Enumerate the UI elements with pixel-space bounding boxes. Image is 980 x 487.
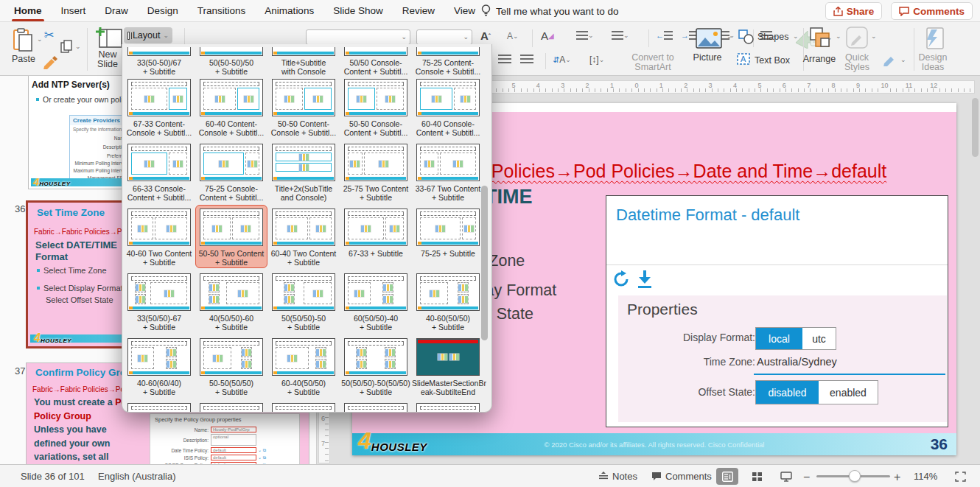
layout-option-partial[interactable] (272, 403, 335, 412)
display-format-local-option[interactable]: local (756, 328, 802, 349)
copy-icon[interactable] (60, 40, 72, 53)
layout-option-label: 60-40(50/50)+ Subtitle (267, 379, 340, 396)
decrease-indent-icon[interactable]: ← (656, 31, 673, 40)
menu-tab-transitions[interactable]: Transitions (188, 0, 256, 22)
layout-option-label: 50(50-50)/50+ Subtitle (195, 58, 267, 76)
quick-styles-button[interactable]: Quick Styles (837, 53, 877, 72)
zoom-out-button[interactable]: − (803, 471, 810, 484)
time-zone-underline (754, 374, 945, 375)
layout-option-partial[interactable] (200, 403, 263, 412)
design-ideas-button[interactable]: Design Ideas (912, 53, 953, 72)
placeholder-content-icon (167, 349, 176, 356)
layout-option-partial[interactable] (127, 403, 191, 412)
placeholder-content-icon (173, 161, 183, 167)
display-format-utc-option[interactable]: utc (802, 328, 836, 349)
placeholder-content-icon (461, 96, 470, 102)
paste-chevron[interactable]: ⌄ (37, 35, 43, 43)
layout-option-label: 50-50(50/50)+ Subtitle (195, 379, 267, 396)
placeholder-content-icon (138, 225, 147, 232)
comments-toggle[interactable]: Comments (651, 471, 712, 482)
menu-tab-home[interactable]: Home (4, 0, 52, 22)
arrange-icon[interactable] (809, 27, 831, 49)
layout-option-partial[interactable] (344, 403, 407, 412)
menu-tab-review[interactable]: Review (393, 0, 444, 22)
arrange-button[interactable]: Arrange (799, 55, 840, 64)
increase-font-size-icon[interactable]: Aˆ (480, 29, 491, 42)
slideshow-button[interactable] (775, 468, 797, 485)
decrease-font-size-icon[interactable]: A⌄ (507, 31, 519, 41)
font-size-combobox[interactable]: ⌄ (416, 29, 472, 45)
layout-option-label: 40-60(60/40)+ Subtitle (123, 379, 195, 396)
bullet-list-icon[interactable]: ⌄ (576, 31, 594, 40)
font-name-combobox[interactable]: ⌄ (306, 29, 410, 45)
fit-to-window-button[interactable] (949, 468, 971, 485)
comments-button[interactable]: Comments (891, 2, 973, 20)
placeholder-content-icon (164, 290, 174, 297)
dropdown-scrollbar[interactable] (481, 186, 488, 340)
format-painter-icon[interactable] (43, 55, 60, 69)
ink-pen-icon[interactable] (883, 53, 897, 66)
offset-state-enabled-option[interactable]: enabled (819, 381, 878, 404)
notes-toggle[interactable]: Notes (598, 471, 637, 482)
quick-styles-icon[interactable] (846, 27, 868, 49)
ink-pen-chevron[interactable]: ⌄ (900, 56, 906, 63)
layout-option-partial[interactable] (416, 403, 480, 412)
copy-chevron[interactable]: ⌄ (75, 43, 81, 50)
sort-text-icon[interactable]: ⇵A⌄ (553, 55, 571, 65)
share-button[interactable]: Share (825, 2, 883, 20)
ruler-number: 12 (930, 82, 937, 89)
design-ideas-icon[interactable] (923, 27, 945, 50)
placeholder-content-icon (299, 164, 309, 171)
zoom-in-button[interactable]: + (894, 471, 900, 484)
offset-state-disabled-option[interactable]: disabled (756, 381, 819, 404)
menu-tab-insert[interactable]: Insert (52, 0, 96, 22)
shapes-button[interactable]: Shapes (757, 32, 788, 42)
slide-sorter-icon (752, 472, 763, 482)
picture-icon[interactable] (696, 28, 722, 49)
text-direction-icon[interactable]: [↕]⌄ (589, 55, 604, 65)
menu-tab-view[interactable]: View (444, 0, 485, 22)
quick-styles-chevron[interactable]: ⌄ (871, 32, 877, 40)
menu-tab-slide-show[interactable]: Slide Show (323, 0, 393, 22)
picture-chevron[interactable]: ⌄ (727, 32, 732, 40)
menu-tab-draw[interactable]: Draw (95, 0, 138, 22)
ruler-number: 9 (856, 82, 860, 89)
numbered-list-icon[interactable]: ⌄ (612, 31, 629, 40)
text-box-button[interactable]: Text Box (755, 55, 790, 66)
text-box-icon[interactable]: A (737, 53, 750, 65)
new-slide-icon[interactable] (94, 27, 122, 49)
scissors-icon[interactable]: ✂ (44, 28, 54, 42)
placeholder-content-icon (284, 284, 294, 291)
canvas-scrollbar[interactable] (972, 98, 979, 157)
tell-me-box[interactable]: Tell me what you want to do (481, 0, 619, 22)
clear-formatting-icon[interactable]: A◢ (541, 29, 554, 42)
placeholder-content-icon (313, 290, 323, 297)
normal-view-button[interactable] (716, 468, 738, 485)
language-status[interactable]: English (Australia) (98, 471, 176, 482)
menu-tab-animations[interactable]: Animations (255, 0, 323, 22)
placeholder-content-icon (357, 361, 366, 368)
placeholder-content-icon (144, 96, 154, 102)
ruler-number: 11 (906, 82, 912, 89)
align-text-icon[interactable] (498, 55, 511, 65)
ruler-number: 8 (832, 82, 836, 89)
layout-option-label: Title+Subtitlewith Console (267, 58, 340, 76)
shapes-chevron[interactable]: ⌄ (793, 32, 799, 40)
layout-button[interactable]: Layout ⌄ (124, 27, 172, 43)
download-icon[interactable] (637, 270, 653, 289)
time-zone-value[interactable]: Australia/Sydney (757, 356, 837, 368)
slide-sorter-button[interactable] (746, 468, 768, 485)
zoom-slider-thumb[interactable] (849, 470, 861, 482)
clipboard-icon[interactable] (13, 28, 33, 52)
menu-tab-design[interactable]: Design (138, 0, 188, 22)
shapes-icon[interactable] (738, 29, 755, 44)
refresh-icon[interactable] (612, 270, 630, 289)
paste-button[interactable]: Paste (6, 55, 41, 64)
placeholder-content-icon (464, 225, 474, 232)
arrange-chevron[interactable]: ⌄ (836, 32, 841, 40)
picture-button[interactable]: Picture (688, 53, 727, 63)
justify-text-icon[interactable] (520, 55, 533, 65)
zoom-level[interactable]: 114% (914, 471, 937, 482)
convert-smartart-button[interactable]: Convert to SmartArt (619, 53, 687, 72)
ruler-number: 3 (561, 82, 564, 89)
